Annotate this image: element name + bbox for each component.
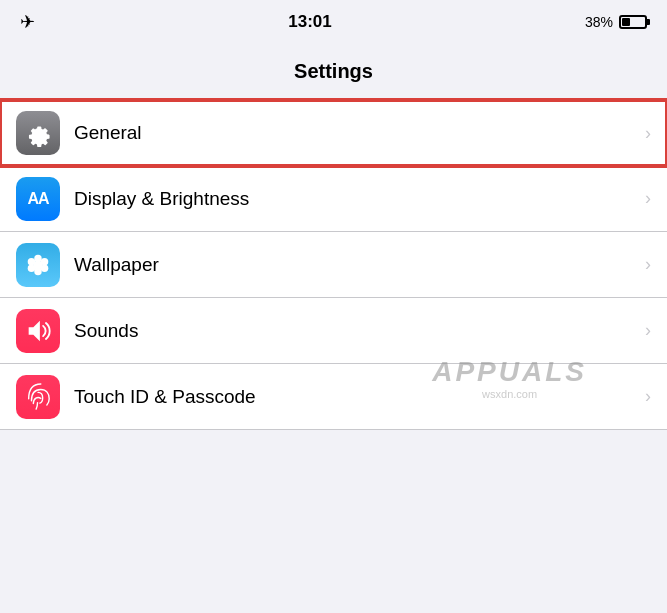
display-label: Display & Brightness <box>74 188 645 210</box>
sounds-icon-bg <box>16 309 60 353</box>
touchid-label: Touch ID & Passcode <box>74 386 645 408</box>
touchid-chevron: › <box>645 386 651 407</box>
aa-icon: AA <box>27 190 48 208</box>
battery-fill <box>622 18 630 26</box>
general-icon-bg <box>16 111 60 155</box>
settings-list: General › AA Display & Brightness › <box>0 100 667 430</box>
display-icon-bg: AA <box>16 177 60 221</box>
content-area: General › AA Display & Brightness › <box>0 100 667 430</box>
fingerprint-icon <box>24 383 52 411</box>
speaker-icon <box>24 317 52 345</box>
status-bar: ✈ 13:01 38% <box>0 0 667 44</box>
gear-icon <box>24 119 52 147</box>
touchid-icon-bg <box>16 375 60 419</box>
battery-indicator <box>619 15 647 29</box>
settings-item-touchid[interactable]: Touch ID & Passcode › <box>0 364 667 430</box>
battery-percentage: 38% <box>585 14 613 30</box>
wallpaper-chevron: › <box>645 254 651 275</box>
display-chevron: › <box>645 188 651 209</box>
status-right: 38% <box>585 14 647 30</box>
battery-icon <box>619 15 647 29</box>
settings-item-general[interactable]: General › <box>0 100 667 166</box>
page-title: Settings <box>294 60 373 83</box>
nav-bar: Settings <box>0 44 667 100</box>
sounds-chevron: › <box>645 320 651 341</box>
general-label: General <box>74 122 645 144</box>
sounds-label: Sounds <box>74 320 645 342</box>
settings-item-sounds[interactable]: Sounds › <box>0 298 667 364</box>
flower-icon <box>24 251 52 279</box>
wallpaper-icon-bg <box>16 243 60 287</box>
wallpaper-label: Wallpaper <box>74 254 645 276</box>
status-left: ✈ <box>20 11 35 33</box>
settings-item-display[interactable]: AA Display & Brightness › <box>0 166 667 232</box>
svg-point-6 <box>33 260 42 269</box>
general-chevron: › <box>645 123 651 144</box>
settings-item-wallpaper[interactable]: Wallpaper › <box>0 232 667 298</box>
airplane-icon: ✈ <box>20 11 35 33</box>
status-time: 13:01 <box>288 12 331 32</box>
